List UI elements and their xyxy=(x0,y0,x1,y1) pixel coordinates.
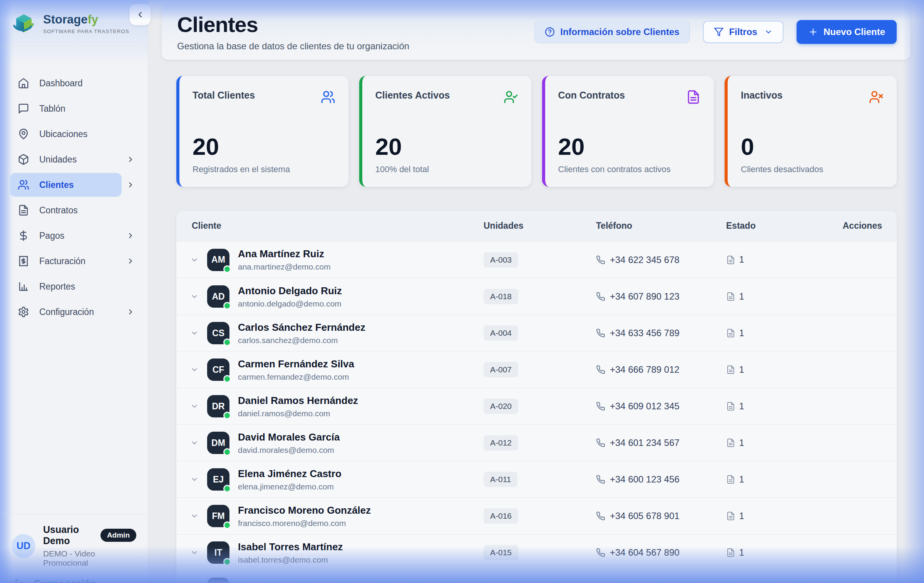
table-row[interactable]: IT Isabel Torres Martínez isabel.torres@… xyxy=(176,534,897,571)
unit-badge: A-007 xyxy=(484,362,518,377)
phone-icon xyxy=(596,255,605,265)
column-header-estado: Estado xyxy=(718,221,810,231)
chevron-left-icon xyxy=(136,10,145,19)
chevron-right-icon xyxy=(126,308,135,316)
stat-card: Inactivos 0 Clientes desactivados xyxy=(725,76,897,187)
table-row[interactable]: FM Francisco Moreno González francisco.m… xyxy=(176,498,897,534)
sidebar-item[interactable]: Pagos xyxy=(10,224,139,248)
sidebar-item[interactable]: Ubicaciones xyxy=(10,122,139,146)
table-body: AM Ana Martínez Ruiz ana.martinez@demo.c… xyxy=(176,241,897,571)
sidebar-item-main: Pagos xyxy=(10,224,122,248)
contracts-icon xyxy=(726,402,735,411)
contracts-icon xyxy=(726,475,735,484)
phone-icon xyxy=(596,292,605,301)
user-profile[interactable]: UD Usuario Demo Admin DEMO - Video Promo… xyxy=(12,524,136,568)
table-row[interactable]: CF Carmen Fernández Silva carmen.fernand… xyxy=(176,351,897,388)
users-icon xyxy=(18,179,29,191)
page-content: Total Clientes 20 Registrados en el sist… xyxy=(162,60,911,583)
sidebar-item[interactable]: Facturación xyxy=(10,249,139,273)
sidebar-item-main: Dashboard xyxy=(10,71,139,95)
row-expand-chevron-icon[interactable] xyxy=(190,475,199,484)
page-title: Clientes xyxy=(177,12,409,37)
client-phone: +34 601 234 567 xyxy=(610,437,680,448)
row-expand-chevron-icon[interactable] xyxy=(190,365,199,374)
unit-badge: A-016 xyxy=(484,508,518,524)
contracts-count: 1 xyxy=(739,438,744,448)
contracts-count: 1 xyxy=(739,328,744,338)
sidebar-item[interactable]: Configuración xyxy=(10,300,139,324)
contracts-count: 1 xyxy=(739,474,744,485)
unit-badge: A-011 xyxy=(484,472,517,487)
contracts-icon xyxy=(726,511,735,521)
client-name: Daniel Ramos Hernández xyxy=(238,395,358,407)
chevron-right-icon xyxy=(126,231,135,240)
sidebar-footer: UD Usuario Demo Admin DEMO - Video Promo… xyxy=(0,514,148,583)
stat-subtitle: Registrados en el sistema xyxy=(192,164,335,174)
phone-icon xyxy=(596,365,605,374)
sidebar-item-label: Reportes xyxy=(39,281,75,292)
sidebar-item-main: Contratos xyxy=(10,198,139,222)
stat-title: Con Contratos xyxy=(558,90,625,101)
client-email: carmen.fernandez@demo.com xyxy=(238,372,354,382)
contracts-count: 1 xyxy=(739,401,744,412)
sidebar-item-main: Configuración xyxy=(10,300,122,324)
contracts-count: 1 xyxy=(739,292,744,302)
client-email: francisco.moreno@demo.com xyxy=(238,519,371,528)
stat-subtitle: 100% del total xyxy=(375,164,518,174)
logout-label: Cerrar sesión xyxy=(34,578,96,583)
row-expand-chevron-icon[interactable] xyxy=(190,548,199,557)
sidebar-item-label: Facturación xyxy=(39,256,85,266)
sidebar-item-main: Tablón xyxy=(10,97,139,121)
sidebar-item[interactable]: Dashboard xyxy=(10,71,139,95)
logout-button[interactable]: Cerrar sesión xyxy=(12,578,136,583)
new-client-button[interactable]: Nuevo Cliente xyxy=(797,20,897,44)
table-row[interactable]: DM David Morales García david.morales@de… xyxy=(176,424,897,461)
row-expand-chevron-icon[interactable] xyxy=(190,292,199,301)
info-clients-button[interactable]: Información sobre Clientes xyxy=(534,21,690,43)
client-name: David Morales García xyxy=(238,431,340,443)
sidebar-item[interactable]: Contratos xyxy=(10,198,139,222)
sidebar-collapse-button[interactable] xyxy=(129,4,151,25)
status-dot xyxy=(223,302,231,310)
table-row[interactable]: DR Daniel Ramos Hernández daniel.ramos@d… xyxy=(176,388,897,424)
client-name: Isabel Torres Martínez xyxy=(238,541,343,553)
table-row[interactable]: AD Antonio Delgado Ruiz antonio.delgado@… xyxy=(176,278,897,315)
sidebar-item[interactable]: Clientes xyxy=(10,173,139,197)
sidebar: Storagefy SOFTWARE PARA TRASTEROS Dashbo… xyxy=(0,0,148,583)
message-icon xyxy=(18,103,29,114)
stat-subtitle: Clientes con contratos activos xyxy=(558,164,701,174)
sidebar-item-label: Ubicaciones xyxy=(39,129,87,139)
client-name: Ana Martínez Ruiz xyxy=(238,248,331,260)
status-dot xyxy=(223,521,231,529)
row-expand-chevron-icon[interactable] xyxy=(190,439,199,447)
sidebar-item[interactable]: Reportes xyxy=(10,275,139,298)
package-icon xyxy=(18,154,29,165)
role-badge: Admin xyxy=(100,529,136,542)
row-expand-chevron-icon[interactable] xyxy=(190,512,199,520)
chevron-right-icon xyxy=(126,257,135,265)
logout-icon xyxy=(15,579,25,583)
client-email: elena.jimenez@demo.com xyxy=(238,482,341,491)
sidebar-nav: Dashboard Tablón Ubicaciones xyxy=(0,47,148,514)
row-expand-chevron-icon[interactable] xyxy=(190,402,199,410)
contracts-count: 1 xyxy=(739,548,744,558)
sidebar-item-main: Facturación xyxy=(10,249,122,273)
filters-button[interactable]: Filtros xyxy=(703,21,783,43)
table-row[interactable]: EJ Elena Jiménez Castro elena.jimenez@de… xyxy=(176,461,897,498)
sidebar-item[interactable]: Tablón xyxy=(10,97,139,121)
table-row[interactable]: CS Carlos Sánchez Fernández carlos.sanch… xyxy=(176,315,897,351)
client-phone: +34 666 789 012 xyxy=(610,364,680,375)
help-circle-icon xyxy=(545,27,555,37)
row-expand-chevron-icon[interactable] xyxy=(190,329,199,337)
bar-chart-icon xyxy=(18,281,29,292)
table-row[interactable]: AM Ana Martínez Ruiz ana.martinez@demo.c… xyxy=(176,241,897,278)
table-row-partial xyxy=(176,571,897,583)
chevron-right-icon xyxy=(126,181,135,189)
dollar-icon xyxy=(18,230,29,241)
sidebar-item-label: Dashboard xyxy=(39,78,83,89)
unit-badge: A-020 xyxy=(484,399,518,414)
row-expand-chevron-icon[interactable] xyxy=(190,256,199,264)
client-name: Antonio Delgado Ruiz xyxy=(238,285,342,297)
settings-icon xyxy=(18,306,29,318)
sidebar-item[interactable]: Unidades xyxy=(10,147,139,171)
